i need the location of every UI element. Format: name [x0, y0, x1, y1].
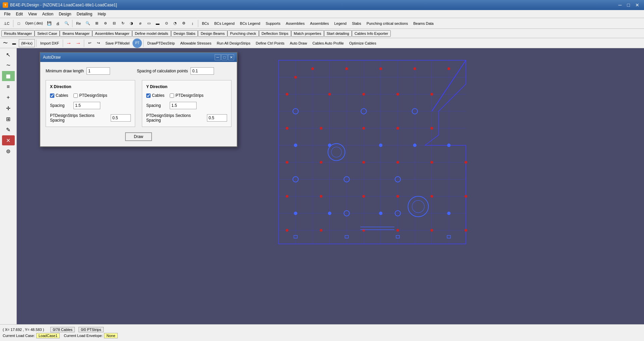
- menu-action[interactable]: Action: [40, 11, 56, 17]
- x-pt-sections-input[interactable]: [111, 114, 131, 122]
- y-spacing-input[interactable]: [170, 102, 197, 109]
- tool2-button[interactable]: ↕: [189, 19, 197, 27]
- arrow-btn1[interactable]: →: [64, 39, 73, 47]
- x-cables-checkbox[interactable]: [50, 93, 54, 98]
- sidebar-grid[interactable]: ⊞: [2, 114, 15, 124]
- assemblies-manager-button[interactable]: Assemblies Manager: [92, 30, 132, 37]
- y-ptdesign-checkbox[interactable]: [170, 93, 174, 98]
- shape3-button[interactable]: ▭: [145, 19, 153, 27]
- close-button[interactable]: ✕: [633, 2, 641, 8]
- sidebar-pin[interactable]: +: [2, 92, 15, 103]
- beams-button[interactable]: Punching critical sections: [364, 19, 411, 27]
- results-manager-button[interactable]: Results Manager: [1, 30, 35, 37]
- sidebar-cross[interactable]: ✛: [2, 103, 15, 113]
- tools-button[interactable]: ⊟: [110, 19, 118, 27]
- sidebar-lines[interactable]: ≡: [2, 82, 15, 92]
- dialog-minimize[interactable]: ─: [215, 54, 221, 60]
- undo-button[interactable]: ↩: [86, 39, 94, 47]
- run-all-button[interactable]: Run All DesignStrips: [214, 39, 253, 47]
- design-beams-button[interactable]: Design Beams: [198, 30, 227, 37]
- redo-button[interactable]: ↪: [94, 39, 102, 47]
- shape5-button[interactable]: ⊙: [162, 19, 170, 27]
- rotate-button[interactable]: ↻: [119, 19, 127, 27]
- sidebar-pencil[interactable]: ✎: [2, 125, 15, 135]
- svg-point-55: [430, 229, 433, 232]
- bcs-legend-button[interactable]: BCs Legend: [237, 19, 263, 27]
- slabs-button[interactable]: Slabs: [350, 19, 364, 27]
- open-button[interactable]: Open (.des): [23, 19, 45, 27]
- sidebar-curve[interactable]: 〜: [2, 60, 15, 70]
- arrow-btn2[interactable]: →: [74, 39, 83, 47]
- menu-view[interactable]: View: [25, 11, 40, 17]
- zoom-button[interactable]: 🔍: [63, 19, 71, 27]
- sidebar-select[interactable]: ↖: [2, 50, 15, 60]
- ptpak-button[interactable]: PT: [132, 39, 142, 48]
- cables-info-button[interactable]: Cables Info Exporter: [352, 30, 391, 37]
- menu-file[interactable]: File: [1, 11, 13, 17]
- y-cables-checkbox[interactable]: [146, 93, 151, 98]
- cables-auto-button[interactable]: Cables Auto Profile: [310, 39, 346, 47]
- bcs-button[interactable]: BCs: [200, 19, 211, 27]
- x-spacing-input[interactable]: [73, 102, 100, 109]
- allowable-button[interactable]: Allowable Stresses: [178, 39, 214, 47]
- beams-manager-button[interactable]: Beams Manager: [60, 30, 92, 37]
- svg-point-54: [396, 229, 399, 232]
- x-ptdesign-checkbox[interactable]: [73, 93, 78, 98]
- match-properties-button[interactable]: Match properties: [291, 30, 324, 37]
- maximize-button[interactable]: □: [625, 2, 632, 8]
- grid-button[interactable]: ⊞: [93, 19, 101, 27]
- shape1-button[interactable]: ◑: [127, 19, 136, 27]
- dialog-maximize[interactable]: □: [221, 54, 227, 60]
- punching-check-button[interactable]: Punching check: [227, 30, 259, 37]
- design-slabs-button[interactable]: Design Slabs: [171, 30, 198, 37]
- supports-button[interactable]: Supports: [263, 19, 283, 27]
- legend-button[interactable]: Legend: [332, 19, 349, 27]
- assemblies-button[interactable]: Assemblies: [308, 19, 331, 27]
- shape4-button[interactable]: ▬: [154, 19, 162, 27]
- print-button[interactable]: 🖨: [54, 19, 62, 27]
- save-pt-button[interactable]: Save PTModel: [103, 39, 132, 47]
- mkx-button[interactable]: (M+kx): [19, 39, 35, 47]
- beams-data-button[interactable]: Beams Data: [411, 19, 436, 27]
- import-dxf-button[interactable]: Import DXF: [38, 39, 61, 47]
- draw-pt-button[interactable]: DrawPTDesStrip: [145, 39, 177, 47]
- dialog-controls[interactable]: ─ □ ✕: [215, 54, 234, 60]
- new-button[interactable]: □: [15, 19, 23, 27]
- save-button[interactable]: 💾: [45, 19, 53, 27]
- draw-button[interactable]: Draw: [125, 132, 152, 141]
- x-checkbox-row: Cables PTDesignStrips: [50, 93, 131, 98]
- tool1-button[interactable]: ⚙: [180, 19, 188, 27]
- spacing-calc-input[interactable]: [191, 67, 214, 75]
- auto-draw-button[interactable]: Auto Draw: [287, 39, 309, 47]
- sidebar-connect[interactable]: ⊚: [2, 146, 15, 156]
- start-detailing-button[interactable]: Start detailing: [324, 30, 352, 37]
- snap-button[interactable]: ⚙: [101, 19, 109, 27]
- re-button[interactable]: Re: [74, 19, 83, 27]
- window-controls[interactable]: ─ □ ✕: [616, 2, 641, 8]
- select-case-button[interactable]: Select Case: [35, 30, 60, 37]
- reactions-button[interactable]: Assemblies: [283, 19, 307, 27]
- sidebar-eye[interactable]: ✕: [2, 135, 15, 145]
- loads-button[interactable]: BCs Legend: [212, 19, 237, 27]
- svg-point-35: [320, 127, 322, 130]
- menu-design[interactable]: Design: [56, 11, 74, 17]
- dialog-close[interactable]: ✕: [228, 54, 234, 60]
- lc-button[interactable]: .LC: [1, 19, 12, 27]
- curve-tool-btn[interactable]: 〜: [1, 39, 9, 47]
- y-pt-sections-input[interactable]: [207, 114, 227, 122]
- shape6-button[interactable]: ◔: [171, 19, 179, 27]
- punching-button[interactable]: [437, 19, 445, 27]
- menu-edit[interactable]: Edit: [13, 11, 25, 17]
- zoom2-button[interactable]: 🔍: [84, 19, 92, 27]
- define-model-button[interactable]: Define model details: [132, 30, 171, 37]
- sidebar-slab[interactable]: ◼: [2, 71, 15, 81]
- menu-detailing[interactable]: Detailing: [74, 11, 95, 17]
- minimize-button[interactable]: ─: [616, 2, 624, 8]
- deflection-strips-button[interactable]: Deflection Strips: [259, 30, 291, 37]
- min-draw-length-input[interactable]: [87, 67, 110, 75]
- rect-tool-btn[interactable]: ▬: [10, 39, 18, 47]
- optimize-button[interactable]: Optimize Cables: [347, 39, 379, 47]
- ctrl-pts-button[interactable]: Define Ctrl Points: [253, 39, 287, 47]
- shape2-button[interactable]: ⌀: [136, 19, 144, 27]
- menu-help[interactable]: Help: [95, 11, 109, 17]
